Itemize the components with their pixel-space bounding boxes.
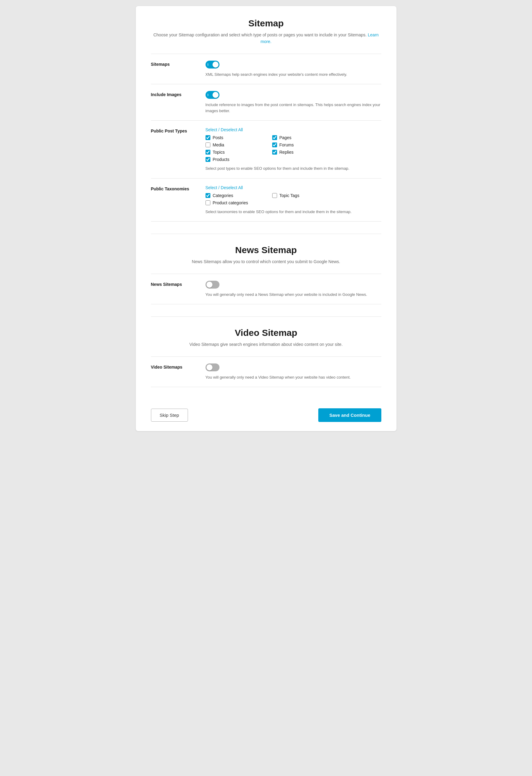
taxonomies-categories[interactable]: Categories xyxy=(205,193,266,198)
video-sitemaps-row: Video Sitemaps You will generally only n… xyxy=(151,357,381,387)
sitemaps-toggle[interactable]: I xyxy=(205,61,219,68)
include-images-toggle-track: I xyxy=(205,91,219,99)
news-sitemaps-row: News Sitemaps You will generally only ne… xyxy=(151,274,381,305)
page-container: Sitemap Choose your Sitemap configuratio… xyxy=(136,6,396,431)
news-sitemaps-toggle[interactable] xyxy=(205,281,219,288)
post-types-media-checkbox[interactable] xyxy=(205,143,210,147)
public-post-types-row: Public Post Types Select / Deselect All … xyxy=(151,121,381,179)
include-images-row: Include Images I Include reference to im… xyxy=(151,84,381,121)
taxonomies-topic-tags[interactable]: Topic Tags xyxy=(272,193,333,198)
post-types-topics[interactable]: Topics xyxy=(205,150,266,155)
public-post-types-label: Public Post Types xyxy=(151,127,205,133)
sitemaps-label: Sitemaps xyxy=(151,61,205,67)
video-sitemaps-toggle-track xyxy=(205,363,219,371)
news-settings: News Sitemaps You will generally only ne… xyxy=(151,274,381,305)
news-section-header: News Sitemap News Sitemaps allow you to … xyxy=(151,245,381,265)
public-taxonomies-content: Select / Deselect All Categories Topic T… xyxy=(205,185,381,215)
sitemaps-description: XML Sitemaps help search engines index y… xyxy=(205,71,381,77)
post-types-replies[interactable]: Replies xyxy=(272,150,333,155)
video-settings: Video Sitemaps You will generally only n… xyxy=(151,357,381,387)
video-sitemaps-content: You will generally only need a Video Sit… xyxy=(205,363,381,380)
sitemap-description: Choose your Sitemap configuration and se… xyxy=(151,31,381,45)
post-types-select-all[interactable]: Select / Deselect All xyxy=(205,127,381,132)
sitemaps-toggle-track: I xyxy=(205,61,219,68)
public-taxonomies-row: Public Taxonomies Select / Deselect All … xyxy=(151,179,381,222)
include-images-toggle-icon: I xyxy=(208,93,208,97)
taxonomies-select-all[interactable]: Select / Deselect All xyxy=(205,185,381,190)
video-sitemaps-toggle-thumb xyxy=(206,364,212,370)
skip-step-button[interactable]: Skip Step xyxy=(151,409,188,422)
post-types-forums-checkbox[interactable] xyxy=(272,143,277,147)
news-sitemap-title: News Sitemap xyxy=(151,245,381,255)
video-divider xyxy=(151,317,381,317)
news-divider xyxy=(151,234,381,234)
news-sitemaps-toggle-track xyxy=(205,281,219,288)
save-continue-button[interactable]: Save and Continue xyxy=(318,408,381,422)
video-sitemaps-toggle[interactable] xyxy=(205,363,219,371)
video-sitemap-title: Video Sitemap xyxy=(151,328,381,338)
taxonomies-description: Select taxonomies to enable SEO options … xyxy=(205,209,381,215)
taxonomies-categories-checkbox[interactable] xyxy=(205,193,210,198)
taxonomies-grid: Categories Topic Tags Product categories xyxy=(205,193,381,205)
post-types-forums[interactable]: Forums xyxy=(272,143,333,147)
include-images-description: Include reference to images from the pos… xyxy=(205,102,381,114)
sitemap-settings: Sitemaps I XML Sitemaps help search engi… xyxy=(151,54,381,222)
news-sitemaps-toggle-thumb xyxy=(206,281,212,288)
footer-bar: Skip Step Save and Continue xyxy=(151,402,381,422)
sitemaps-row: Sitemaps I XML Sitemaps help search engi… xyxy=(151,54,381,84)
news-sitemaps-description: You will generally only need a News Site… xyxy=(205,292,381,298)
video-sitemaps-label: Video Sitemaps xyxy=(151,363,205,370)
post-types-posts-checkbox[interactable] xyxy=(205,135,210,140)
video-section-header: Video Sitemap Video Sitemaps give search… xyxy=(151,328,381,348)
sitemaps-toggle-icon: I xyxy=(208,63,208,66)
sitemap-title: Sitemap xyxy=(151,18,381,28)
video-sitemap-description: Video Sitemaps give search engines infor… xyxy=(151,341,381,348)
post-types-products[interactable]: Products xyxy=(205,157,266,162)
taxonomies-product-categories-checkbox[interactable] xyxy=(205,200,210,205)
post-types-grid: Posts Pages Media Forums xyxy=(205,135,381,162)
post-types-posts[interactable]: Posts xyxy=(205,135,266,140)
public-post-types-content: Select / Deselect All Posts Pages Media xyxy=(205,127,381,172)
sitemap-section-header: Sitemap Choose your Sitemap configuratio… xyxy=(151,18,381,45)
sitemaps-content: I XML Sitemaps help search engines index… xyxy=(205,61,381,77)
video-sitemaps-description: You will generally only need a Video Sit… xyxy=(205,374,381,380)
taxonomies-topic-tags-checkbox[interactable] xyxy=(272,193,277,198)
include-images-toggle-thumb xyxy=(212,92,218,98)
sitemaps-toggle-thumb xyxy=(212,61,218,67)
post-types-products-checkbox[interactable] xyxy=(205,157,210,162)
news-sitemaps-content: You will generally only need a News Site… xyxy=(205,281,381,298)
news-sitemaps-label: News Sitemaps xyxy=(151,281,205,287)
include-images-content: I Include reference to images from the p… xyxy=(205,91,381,114)
include-images-label: Include Images xyxy=(151,91,205,97)
post-types-pages-checkbox[interactable] xyxy=(272,135,277,140)
post-types-replies-checkbox[interactable] xyxy=(272,150,277,155)
post-types-media[interactable]: Media xyxy=(205,143,266,147)
taxonomies-product-categories[interactable]: Product categories xyxy=(205,200,266,205)
news-sitemap-description: News Sitemaps allow you to control which… xyxy=(151,258,381,265)
post-types-topics-checkbox[interactable] xyxy=(205,150,210,155)
post-types-pages[interactable]: Pages xyxy=(272,135,333,140)
public-taxonomies-label: Public Taxonomies xyxy=(151,185,205,191)
include-images-toggle[interactable]: I xyxy=(205,91,219,99)
post-types-description: Select post types to enable SEO options … xyxy=(205,166,381,172)
